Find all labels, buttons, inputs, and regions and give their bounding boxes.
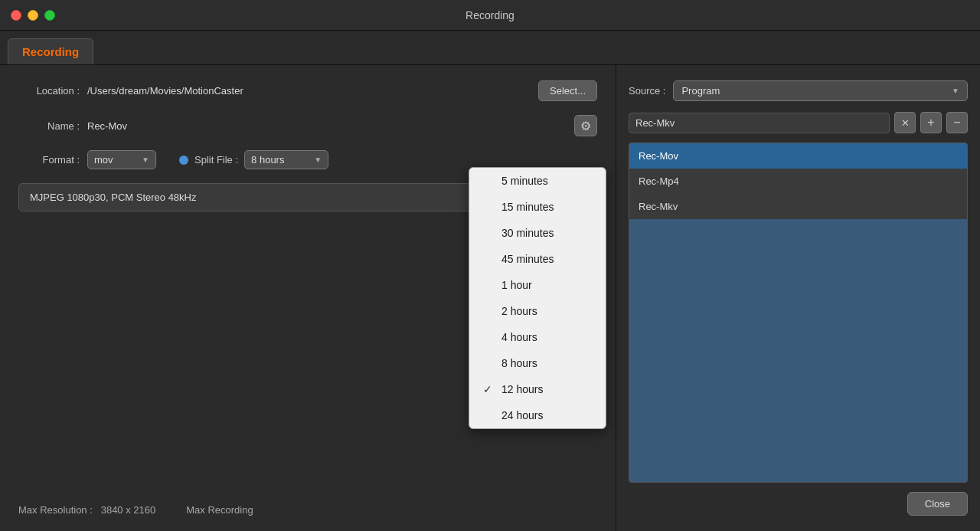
plus-icon: + <box>927 116 934 129</box>
dropdown-item-24hr[interactable]: 24 hours <box>469 402 606 428</box>
max-resolution-value: 3840 x 2160 <box>101 504 156 516</box>
dropdown-item-label: 2 hours <box>501 305 537 317</box>
traffic-lights <box>11 10 55 21</box>
location-path: /Users/dream/Movies/MotionCaster <box>87 85 529 97</box>
preset-remove-button[interactable]: − <box>946 112 968 133</box>
dropdown-item-label: 45 minutes <box>501 253 554 265</box>
minimize-window-button[interactable] <box>28 10 38 21</box>
chevron-down-icon: ▼ <box>142 156 149 164</box>
check-mark <box>483 253 495 265</box>
max-recording-label: Max Recording <box>186 504 253 516</box>
gear-button[interactable]: ⚙ <box>574 115 597 136</box>
recording-tab[interactable]: Recording <box>8 38 93 64</box>
source-dropdown[interactable]: Program ▼ <box>673 80 968 101</box>
dropdown-item-label: 1 hour <box>501 279 532 291</box>
check-mark <box>483 279 495 291</box>
minus-icon: − <box>953 116 960 129</box>
close-btn-row: Close <box>629 483 968 516</box>
format-value: mov <box>94 154 137 166</box>
source-chevron-icon: ▼ <box>952 87 959 95</box>
dropdown-item-2hr[interactable]: 2 hours <box>469 298 606 324</box>
split-file-dropdown-menu: 5 minutes 15 minutes 30 minutes 45 minut… <box>469 167 606 429</box>
source-label: Source : <box>629 85 665 97</box>
dropdown-item-5min[interactable]: 5 minutes <box>469 168 606 194</box>
right-panel: Source : Program ▼ ✕ + − Rec-Mov <box>616 65 980 531</box>
preset-clear-button[interactable]: ✕ <box>894 112 916 133</box>
split-file-label: Split File : <box>194 154 238 166</box>
dropdown-item-label: 8 hours <box>501 357 537 369</box>
split-chevron-icon: ▼ <box>314 156 322 164</box>
preset-add-button[interactable]: + <box>920 112 942 133</box>
dropdown-item-45min[interactable]: 45 minutes <box>469 246 606 272</box>
list-item[interactable]: Rec-Mov <box>629 143 967 169</box>
x-icon: ✕ <box>901 117 910 129</box>
bottom-info: Max Resolution : 3840 x 2160 Max Recordi… <box>18 504 253 516</box>
format-dropdown[interactable]: mov ▼ <box>87 150 156 169</box>
list-item[interactable]: Rec-Mp4 <box>629 169 967 194</box>
select-button[interactable]: Select... <box>538 80 597 101</box>
name-row: Name : Rec-Mov ⚙ <box>18 115 597 136</box>
dropdown-item-12hr[interactable]: ✓ 12 hours <box>469 376 606 402</box>
title-bar: Recording <box>0 0 980 31</box>
close-button[interactable]: Close <box>907 492 968 516</box>
dropdown-item-15min[interactable]: 15 minutes <box>469 194 606 220</box>
dropdown-item-label: 15 minutes <box>501 201 554 213</box>
check-mark: ✓ <box>483 383 495 395</box>
dropdown-item-30min[interactable]: 30 minutes <box>469 220 606 246</box>
dropdown-item-label: 24 hours <box>501 409 543 421</box>
maximize-window-button[interactable] <box>44 10 55 21</box>
preset-item-label: Rec-Mp4 <box>639 175 679 187</box>
close-window-button[interactable] <box>11 10 21 21</box>
location-label: Location : <box>18 85 80 97</box>
dropdown-item-1hr[interactable]: 1 hour <box>469 272 606 298</box>
max-resolution-label: Max Resolution : <box>18 504 93 516</box>
dropdown-item-label: 12 hours <box>501 383 543 395</box>
window-title: Recording <box>466 9 514 21</box>
max-resolution: Max Resolution : 3840 x 2160 <box>18 504 155 516</box>
dropdown-item-label: 4 hours <box>501 331 537 343</box>
check-mark <box>483 227 495 239</box>
location-row: Location : /Users/dream/Movies/MotionCas… <box>18 80 597 101</box>
preset-list: Rec-Mov Rec-Mp4 Rec-Mkv <box>629 143 968 483</box>
format-label: Format : <box>18 154 80 166</box>
source-row: Source : Program ▼ <box>629 80 968 101</box>
split-file-dropdown[interactable]: 8 hours ▼ <box>244 150 328 169</box>
name-label: Name : <box>18 120 80 132</box>
tab-bar: Recording <box>0 31 980 65</box>
preset-item-label: Rec-Mkv <box>639 201 678 212</box>
dropdown-item-label: 5 minutes <box>501 175 548 187</box>
list-item[interactable]: Rec-Mkv <box>629 194 967 219</box>
preset-name-row: ✕ + − <box>629 112 968 133</box>
recording-tab-label: Recording <box>22 45 79 58</box>
split-file-dot <box>179 156 188 165</box>
gear-icon: ⚙ <box>580 119 591 133</box>
split-file-group: Split File : 8 hours ▼ <box>179 150 328 169</box>
check-mark <box>483 305 495 317</box>
dropdown-item-8hr[interactable]: 8 hours <box>469 350 606 376</box>
preset-item-label: Rec-Mov <box>639 150 678 162</box>
name-value: Rec-Mov <box>87 120 574 132</box>
source-value: Program <box>681 85 946 97</box>
preset-name-input[interactable] <box>629 113 890 133</box>
check-mark <box>483 409 495 421</box>
dropdown-item-label: 30 minutes <box>501 227 554 239</box>
check-mark <box>483 201 495 213</box>
check-mark <box>483 175 495 187</box>
split-file-value: 8 hours <box>251 154 309 166</box>
dropdown-item-4hr[interactable]: 4 hours <box>469 324 606 350</box>
codec-value: MJPEG 1080p30, PCM Stereo 48kHz <box>30 192 197 203</box>
check-mark <box>483 331 495 343</box>
check-mark <box>483 357 495 369</box>
